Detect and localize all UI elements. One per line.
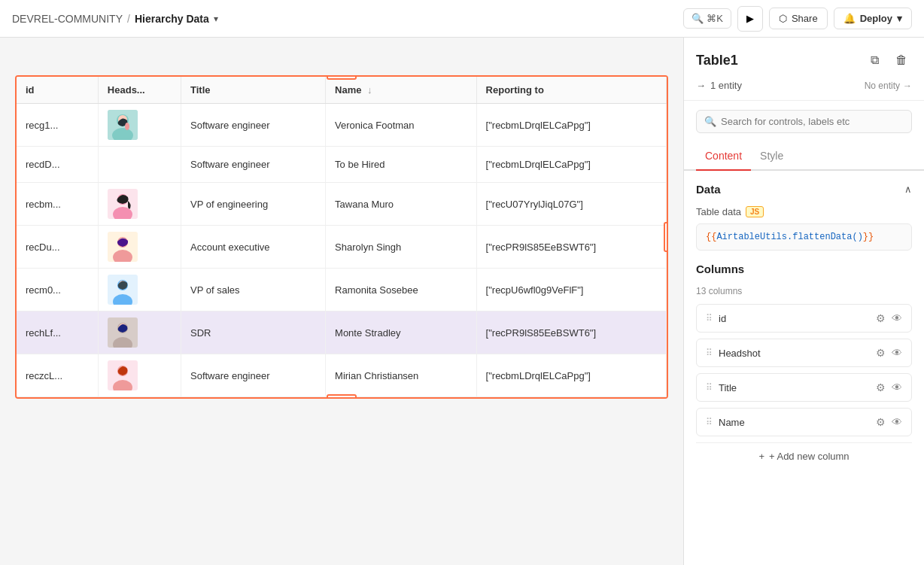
cell-headshot — [98, 354, 181, 397]
cell-reporting: ["recbmLDrqlELCaPpg"] — [476, 147, 666, 183]
cell-id: recbm... — [17, 183, 98, 226]
eye-icon: 👁 — [892, 312, 902, 324]
cell-reporting: ["recpU6wfl0g9VeFlF"] — [476, 269, 666, 311]
col-header-name[interactable]: Name ↓ — [326, 77, 477, 104]
column-visibility-button[interactable]: 👁 — [892, 416, 902, 428]
trash-icon: 🗑 — [895, 53, 907, 67]
code-content: AirtableUtils.flattenData() — [716, 232, 862, 242]
table-row[interactable]: recdD... Software engineer To be Hired [… — [17, 147, 667, 183]
columns-section-header: Columns — [696, 263, 912, 275]
copy-icon: ⧉ — [871, 53, 879, 67]
column-visibility-button[interactable]: 👁 — [892, 381, 902, 393]
drag-icon[interactable]: ⠿ — [706, 417, 713, 427]
column-settings-button[interactable]: ⚙ — [876, 416, 886, 428]
entity-count: 1 entity — [710, 80, 742, 91]
table-data-label: Table data — [696, 206, 741, 217]
col-header-id[interactable]: id — [17, 77, 98, 104]
resize-handle-bottom[interactable] — [327, 394, 357, 399]
gear-icon: ⚙ — [876, 416, 886, 428]
col-header-title[interactable]: Title — [181, 77, 326, 104]
project-label: DEVREL-COMMUNITY — [12, 13, 123, 25]
cell-reporting: ["recbmLDrqlELCaPpg"] — [476, 104, 666, 147]
columns-title: Columns — [696, 263, 744, 275]
cell-name: Veronica Footman — [326, 104, 477, 147]
search-button[interactable]: 🔍 ⌘K — [683, 8, 731, 29]
main-layout: Table1 id Heads... Title Name ↓ Reportin… — [0, 38, 924, 565]
cell-name: Sharolyn Singh — [326, 226, 477, 269]
bell-icon: 🔔 — [843, 13, 856, 24]
canvas-area[interactable]: Table1 id Heads... Title Name ↓ Reportin… — [0, 38, 683, 565]
column-name: id — [719, 313, 726, 324]
code-braces-open: {{ — [706, 232, 716, 242]
add-column-label: + Add new column — [769, 451, 850, 462]
add-column-button[interactable]: + + Add new column — [696, 442, 912, 469]
cell-headshot — [98, 269, 181, 311]
drag-icon[interactable]: ⠿ — [706, 348, 713, 358]
cell-name: To be Hired — [326, 147, 477, 183]
panel-header: Table1 ⧉ 🗑 — [684, 38, 924, 71]
table-widget[interactable]: Table1 id Heads... Title Name ↓ Reportin… — [15, 75, 668, 399]
column-settings-button[interactable]: ⚙ — [876, 312, 886, 324]
js-badge: JS — [746, 206, 764, 217]
tab-style[interactable]: Style — [751, 142, 792, 171]
table-row[interactable]: recDu... — [17, 226, 667, 269]
table-row[interactable]: recm0... — [17, 269, 667, 311]
tab-content[interactable]: Content — [696, 142, 751, 171]
cell-name: Monte Stradley — [326, 311, 477, 354]
cell-title: Software engineer — [181, 354, 326, 397]
code-block[interactable]: {{AirtableUtils.flattenData()}} — [696, 223, 912, 251]
col-header-headshot[interactable]: Heads... — [98, 77, 181, 104]
deploy-button[interactable]: 🔔 Deploy ▾ — [834, 8, 912, 29]
share-button[interactable]: ⬡ Share — [769, 8, 828, 29]
gear-icon: ⚙ — [876, 312, 886, 324]
resize-handle-right[interactable] — [664, 222, 668, 252]
resize-handle-top[interactable] — [327, 75, 357, 80]
column-item-headshot: ⠿ Headshot ⚙ 👁 — [696, 339, 912, 367]
breadcrumb-separator: / — [127, 13, 130, 25]
panel-content: Data ∧ Table data JS {{AirtableUtils.fla… — [684, 171, 924, 565]
search-shortcut: ⌘K — [707, 13, 723, 24]
sort-icon: ↓ — [367, 84, 372, 96]
svg-point-4 — [125, 123, 129, 130]
table-row[interactable]: reczcL... — [17, 354, 667, 397]
columns-count: 13 columns — [696, 286, 912, 296]
eye-icon: 👁 — [892, 416, 902, 428]
cell-reporting: ["recbmLDrqlELCaPpg"] — [476, 354, 666, 397]
run-button[interactable]: ▶ — [737, 6, 763, 32]
search-icon-small: 🔍 — [704, 116, 716, 127]
cell-reporting: ["recPR9lS85EeBSWT6"] — [476, 311, 666, 354]
column-name: Title — [719, 382, 737, 393]
code-braces-close: }} — [863, 232, 874, 242]
copy-button[interactable]: ⧉ — [864, 50, 885, 71]
panel-search-input[interactable] — [721, 116, 904, 127]
column-item-title: ⠿ Title ⚙ 👁 — [696, 373, 912, 402]
columns-section: Columns 13 columns ⠿ id ⚙ 👁 — [696, 263, 912, 469]
arrow-right-icon: → — [696, 80, 706, 91]
column-settings-button[interactable]: ⚙ — [876, 381, 886, 393]
panel-search-box[interactable]: 🔍 — [696, 110, 912, 133]
table-header-row: id Heads... Title Name ↓ Reporting to — [17, 77, 667, 104]
cell-headshot — [98, 226, 181, 269]
table-row[interactable]: recbm... — [17, 183, 667, 226]
cell-id: recdD... — [17, 147, 98, 183]
share-icon: ⬡ — [779, 13, 787, 24]
column-name: Name — [719, 417, 745, 428]
table-row[interactable]: rechLf... — [17, 311, 667, 354]
eye-icon: 👁 — [892, 347, 902, 359]
collapse-icon[interactable]: ∧ — [904, 184, 912, 195]
cell-title: Software engineer — [181, 104, 326, 147]
table-row[interactable]: recg1... — [17, 104, 667, 147]
panel-title: Table1 — [696, 53, 738, 68]
deploy-chevron-icon: ▾ — [897, 13, 902, 24]
drag-icon[interactable]: ⠿ — [706, 382, 713, 393]
no-entity-label: No entity — [865, 80, 900, 91]
column-visibility-button[interactable]: 👁 — [892, 347, 902, 359]
cell-headshot — [98, 183, 181, 226]
col-header-reporting[interactable]: Reporting to — [476, 77, 666, 104]
column-settings-button[interactable]: ⚙ — [876, 347, 886, 359]
cell-reporting: ["recPR9lS85EeBSWT6"] — [476, 226, 666, 269]
column-visibility-button[interactable]: 👁 — [892, 312, 902, 324]
breadcrumb-chevron-icon[interactable]: ▾ — [214, 14, 218, 24]
delete-button[interactable]: 🗑 — [891, 50, 912, 71]
drag-icon[interactable]: ⠿ — [706, 313, 713, 324]
